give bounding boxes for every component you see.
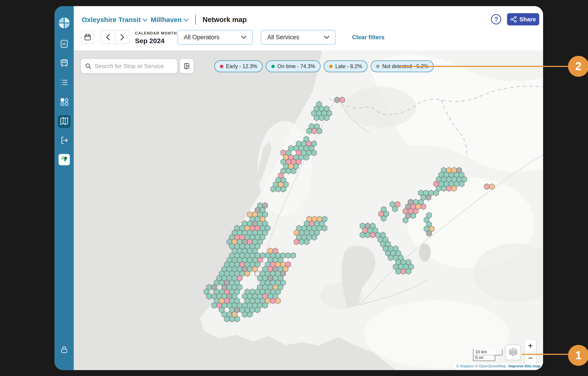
hex-bin[interactable] xyxy=(392,206,398,212)
hex-bin[interactable] xyxy=(388,255,393,261)
hex-bin[interactable] xyxy=(403,217,408,223)
hex-bin[interactable] xyxy=(275,298,281,304)
hex-bin[interactable] xyxy=(247,311,252,318)
hex-bin[interactable] xyxy=(324,115,329,121)
sidebar-item-app-badge[interactable] xyxy=(58,154,70,166)
hex-bin[interactable] xyxy=(441,186,446,192)
sidebar-item-logout[interactable] xyxy=(58,134,71,147)
search-input[interactable] xyxy=(94,62,173,70)
hex-bin[interactable] xyxy=(484,184,490,190)
zoom-in-button[interactable]: + xyxy=(525,340,536,352)
hex-bin[interactable] xyxy=(319,115,324,121)
hex-bin[interactable] xyxy=(276,186,281,192)
hex-bin[interactable] xyxy=(459,181,464,187)
hex-bin[interactable] xyxy=(294,239,299,245)
breadcrumb-city-dropdown[interactable]: Millhaven xyxy=(151,16,189,24)
annotation-circle-1: 1 xyxy=(568,345,588,366)
map-canvas[interactable]: Early - 12.3%On time - 74.3%Late - 8.2%N… xyxy=(74,50,543,370)
improve-map-link[interactable]: Improve this map xyxy=(508,364,540,368)
layers-button[interactable] xyxy=(505,345,521,360)
chevron-down-icon xyxy=(241,36,246,39)
hex-bin[interactable] xyxy=(381,215,386,221)
hex-bin[interactable] xyxy=(452,186,457,192)
legend-chip-early[interactable]: Early - 12.3% xyxy=(214,60,263,72)
services-value: All Services xyxy=(267,34,299,41)
hex-bin[interactable] xyxy=(365,232,370,238)
services-select[interactable]: All Services xyxy=(261,30,336,45)
hex-bin[interactable] xyxy=(291,253,296,259)
logout-icon xyxy=(59,135,69,146)
sidebar-item-network-map[interactable] xyxy=(58,115,71,128)
clear-filters-link[interactable]: Clear filters xyxy=(352,34,385,41)
hex-bin[interactable] xyxy=(255,307,260,313)
sidebar-item-dashboard[interactable] xyxy=(58,38,71,51)
stop-search[interactable] xyxy=(81,59,177,73)
hex-bin[interactable] xyxy=(421,204,426,210)
legend-dot-on_time xyxy=(271,65,275,68)
hex-bin[interactable] xyxy=(212,302,217,309)
calendar-button[interactable] xyxy=(81,30,94,44)
hex-bin[interactable] xyxy=(406,268,411,275)
hex-bin[interactable] xyxy=(433,190,439,196)
hex-bin[interactable] xyxy=(242,311,248,318)
legend-chip-on_time[interactable]: On time - 74.3% xyxy=(266,60,321,72)
share-button[interactable]: Share xyxy=(507,13,539,25)
hex-bin[interactable] xyxy=(411,213,416,219)
sidebar-item-widgets[interactable] xyxy=(58,96,71,109)
sidebar xyxy=(54,6,74,370)
sidebar-item-lock[interactable] xyxy=(58,344,71,356)
previous-month-button[interactable] xyxy=(101,31,115,44)
hex-bin[interactable] xyxy=(312,150,317,156)
lock-icon xyxy=(60,345,69,355)
hex-bin[interactable] xyxy=(322,225,327,231)
hex-bin[interactable] xyxy=(340,97,345,103)
hex-bin[interactable] xyxy=(263,302,268,309)
hex-bin[interactable] xyxy=(286,168,291,174)
hex-bin[interactable] xyxy=(446,186,452,192)
expand-panel-button[interactable] xyxy=(180,59,193,73)
hex-bin[interactable] xyxy=(307,128,312,134)
breadcrumb: Oxleyshire Transit Millhaven Network map xyxy=(82,15,247,25)
legend-chip-late[interactable]: Late - 8.2% xyxy=(324,60,368,72)
app-window: Oxleyshire Transit Millhaven Network map… xyxy=(54,6,543,370)
hex-bin[interactable] xyxy=(312,128,317,134)
sidebar-item-services-list[interactable] xyxy=(58,77,71,89)
next-month-button[interactable] xyxy=(115,31,129,44)
hex-bin[interactable] xyxy=(235,316,240,322)
shapes-icon xyxy=(59,97,69,107)
hex-bin[interactable] xyxy=(270,298,275,304)
operators-select[interactable]: All Operators xyxy=(177,30,253,45)
hex-bin[interactable] xyxy=(271,186,276,192)
hex-bin[interactable] xyxy=(245,271,250,277)
mapbox-link[interactable]: © Mapbox xyxy=(456,364,474,368)
hex-bin[interactable] xyxy=(360,232,365,238)
legend-dot-not_detected xyxy=(376,65,379,68)
breadcrumb-org-dropdown[interactable]: Oxleyshire Transit xyxy=(82,16,147,24)
annotation-line-1 xyxy=(522,354,569,355)
hex-bin[interactable] xyxy=(304,239,309,245)
hex-bin[interactable] xyxy=(304,155,309,161)
hex-bin[interactable] xyxy=(426,195,431,201)
hex-bin[interactable] xyxy=(312,234,317,241)
sidebar-item-vehicles[interactable] xyxy=(58,57,71,70)
map-terrain xyxy=(74,50,543,370)
calendar-month-label: CALENDAR MONTH xyxy=(135,31,177,36)
hex-bin[interactable] xyxy=(299,239,304,245)
hex-bin[interactable] xyxy=(370,232,376,238)
osm-link[interactable]: © OpenStreetMap xyxy=(475,364,506,368)
hex-bin[interactable] xyxy=(489,184,494,190)
hex-bin[interactable] xyxy=(224,316,230,322)
hex-bin[interactable] xyxy=(229,316,235,322)
hex-bin[interactable] xyxy=(396,268,401,275)
hex-bin[interactable] xyxy=(291,168,296,174)
help-button[interactable]: ? xyxy=(490,13,502,25)
hex-bin[interactable] xyxy=(401,268,406,275)
hex-bin[interactable] xyxy=(206,293,212,299)
share-icon xyxy=(510,16,517,22)
hex-bin[interactable] xyxy=(281,186,286,192)
hex-bin[interactable] xyxy=(427,231,432,237)
hex-bin[interactable] xyxy=(335,97,340,103)
hex-bin[interactable] xyxy=(314,115,319,121)
hex-bin[interactable] xyxy=(286,253,291,259)
hex-bin[interactable] xyxy=(317,128,322,134)
